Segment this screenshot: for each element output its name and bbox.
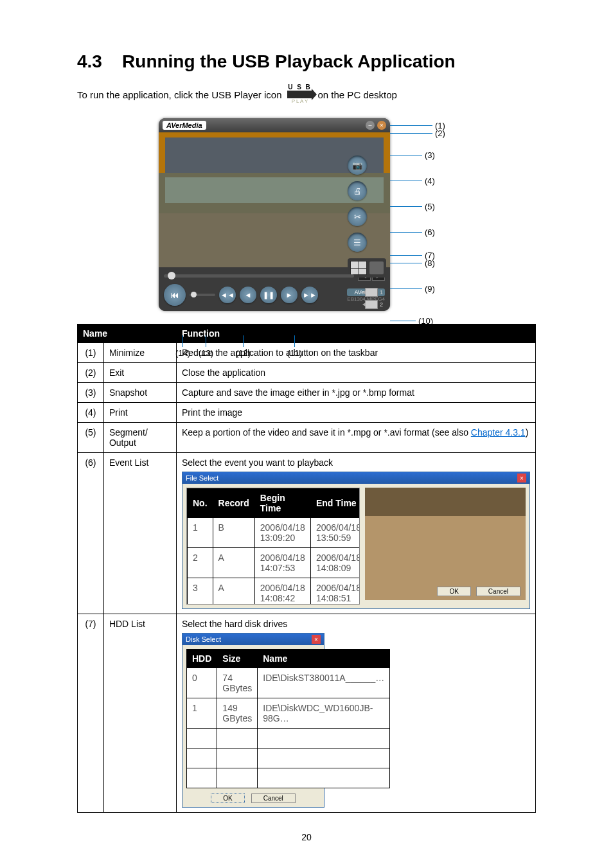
row-name: Print bbox=[103, 403, 176, 423]
callout-(12): (12) bbox=[236, 335, 251, 358]
segment-output-button[interactable]: ✂ bbox=[348, 207, 367, 226]
seek-slider[interactable] bbox=[164, 274, 354, 278]
row-number: (5) bbox=[78, 423, 104, 453]
col-header: Size bbox=[217, 650, 258, 668]
row-function: Close the application bbox=[177, 363, 536, 383]
pause-button[interactable]: ❚❚ bbox=[260, 287, 277, 303]
section-heading: 4.3 Running the USB Playback Application bbox=[77, 51, 536, 72]
split-view-button[interactable] bbox=[350, 261, 367, 275]
player-figure: AVerMedia – × 📷 🖨 ✂ ☰ bbox=[77, 118, 536, 311]
disk-select-dialog: Disk Select×HDDSizeName074 GBytesIDE\Dis… bbox=[182, 633, 324, 808]
camera-icon bbox=[365, 288, 378, 297]
disk-row[interactable]: 1149 GBytesIDE\DiskWDC_WD1600JB-98G… bbox=[187, 698, 390, 729]
col-header: Name bbox=[258, 650, 390, 668]
callout-(13): (13) bbox=[199, 335, 213, 358]
channel-2[interactable]: 2 bbox=[365, 300, 385, 309]
callout-(10): (10) bbox=[390, 316, 433, 326]
row-number: (1) bbox=[78, 343, 104, 363]
disk-row[interactable]: 074 GBytesIDE\DiskST380011A______… bbox=[187, 668, 390, 698]
callout-(6): (6) bbox=[390, 227, 435, 237]
table-row: (5)Segment/ OutputKeep a portion of the … bbox=[78, 423, 536, 453]
col-header: No. bbox=[188, 489, 213, 518]
player-titlebar: AVerMedia – × bbox=[159, 118, 390, 132]
callout-(4): (4) bbox=[390, 176, 435, 186]
table-row: (3)SnapshotCapture and save the image ei… bbox=[78, 383, 536, 403]
minimize-button[interactable]: – bbox=[366, 121, 375, 130]
row-function: Reduce the application to a button on th… bbox=[177, 343, 536, 363]
intro-pre: To run the application, click the USB Pl… bbox=[77, 89, 282, 100]
section-number: 4.3 bbox=[77, 51, 102, 71]
row-name: HDD List bbox=[103, 614, 176, 813]
callout-(9): (9) bbox=[390, 284, 435, 294]
row-name: Minimize bbox=[103, 343, 176, 363]
brand-badge: AVerMedia bbox=[163, 121, 206, 130]
row-function: Capture and save the image either in *.j… bbox=[177, 383, 536, 403]
row-name: Snapshot bbox=[103, 383, 176, 403]
callout-(14): (14) bbox=[175, 335, 190, 358]
close-icon[interactable]: × bbox=[312, 635, 321, 644]
print-button[interactable]: 🖨 bbox=[348, 181, 367, 200]
close-icon[interactable]: × bbox=[517, 474, 526, 483]
speed-slider[interactable] bbox=[190, 294, 215, 296]
snapshot-button[interactable]: 📷 bbox=[348, 155, 367, 175]
row-number: (3) bbox=[78, 383, 104, 403]
header-name: Name bbox=[78, 324, 177, 343]
function-table: Name Function (1)MinimizeReduce the appl… bbox=[77, 324, 536, 813]
cancel-button[interactable]: Cancel bbox=[476, 587, 520, 596]
chapter-link[interactable]: Chapter 4.3.1 bbox=[471, 427, 526, 438]
page-number: 20 bbox=[77, 832, 536, 842]
row-name: Segment/ Output bbox=[103, 423, 176, 453]
preview-pane: OKCancel bbox=[365, 488, 526, 600]
col-header: End Time bbox=[310, 489, 360, 518]
col-header: HDD bbox=[187, 650, 217, 668]
intro-sentence: To run the application, click the USB Pl… bbox=[77, 84, 536, 105]
row-name: Event List bbox=[103, 453, 176, 614]
event-list-button[interactable]: ☰ bbox=[348, 233, 367, 252]
usb-player-window: AVerMedia – × 📷 🖨 ✂ ☰ bbox=[159, 118, 390, 311]
callout-(11): (11) bbox=[287, 335, 302, 358]
usb-icon-arrow bbox=[287, 91, 313, 98]
event-row[interactable]: 1B2006/04/18 13:09:202006/04/18 13:50:59 bbox=[188, 518, 360, 548]
header-function: Function bbox=[177, 324, 536, 343]
step-back-button[interactable]: ◄ bbox=[240, 287, 256, 303]
usb-icon-bottom-label: P L A Y bbox=[292, 98, 308, 104]
row-function: Select the hard disk drivesDisk Select×H… bbox=[177, 614, 536, 813]
dialog-title: File Select× bbox=[182, 472, 529, 484]
channel-1[interactable]: 1 bbox=[365, 288, 385, 297]
table-row: (6)Event ListSelect the event you want t… bbox=[78, 453, 536, 614]
usb-icon-top-label: U S B bbox=[288, 84, 312, 91]
callout-(3): (3) bbox=[390, 150, 435, 160]
callout-(8): (8) bbox=[390, 258, 435, 268]
col-header: Record bbox=[213, 489, 254, 518]
row-name: Exit bbox=[103, 363, 176, 383]
section-title-text: Running the USB Playback Application bbox=[122, 51, 456, 71]
row-number: (7) bbox=[78, 614, 104, 813]
hdd-list-button[interactable] bbox=[369, 261, 384, 274]
event-table[interactable]: No.RecordBegin TimeEnd Time1B2006/04/18 … bbox=[186, 488, 360, 605]
row-function: Print the image bbox=[177, 403, 536, 423]
callout-(2): (2) bbox=[390, 128, 445, 138]
col-header: Begin Time bbox=[254, 489, 310, 518]
row-func-text: Select the hard disk drives bbox=[182, 619, 530, 629]
dialog-title: Disk Select× bbox=[182, 633, 324, 645]
cancel-button[interactable]: Cancel bbox=[251, 793, 296, 803]
video-viewport: 📷 🖨 ✂ ☰ 1 2 3 4 bbox=[159, 132, 390, 267]
disk-table[interactable]: HDDSizeName074 GBytesIDE\DiskST380011A__… bbox=[186, 649, 390, 788]
rewind-begin-button[interactable]: ⏮ bbox=[164, 284, 186, 306]
callout-(5): (5) bbox=[390, 202, 435, 211]
ok-button[interactable]: OK bbox=[211, 793, 244, 803]
ok-button[interactable]: OK bbox=[437, 587, 470, 596]
event-row[interactable]: 2A2006/04/18 14:07:532006/04/18 14:08:09 bbox=[188, 548, 360, 578]
prev-button[interactable]: ◄◄ bbox=[219, 287, 236, 303]
file-select-dialog: File Select×No.RecordBegin TimeEnd Time1… bbox=[182, 472, 530, 609]
channel-list: 1 2 3 4 bbox=[348, 288, 385, 311]
usb-player-icon: U S B P L A Y bbox=[285, 84, 315, 105]
event-row[interactable]: 3A2006/04/18 14:08:422006/04/18 14:08:51 bbox=[188, 578, 360, 605]
close-button[interactable]: × bbox=[377, 121, 386, 130]
play-button[interactable]: ► bbox=[281, 287, 298, 303]
row-function: Keep a portion of the video and save it … bbox=[177, 423, 536, 453]
row-number: (6) bbox=[78, 453, 104, 614]
camera-icon bbox=[365, 300, 378, 309]
next-button[interactable]: ►► bbox=[301, 287, 318, 303]
table-row: (7)HDD ListSelect the hard disk drivesDi… bbox=[78, 614, 536, 813]
